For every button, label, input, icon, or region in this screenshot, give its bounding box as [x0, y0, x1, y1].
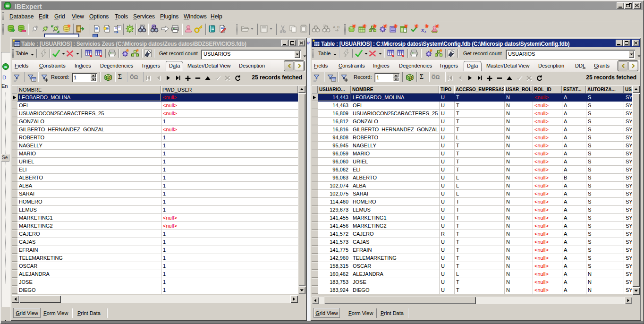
svg-text:IB: IB: [4, 66, 8, 68]
svg-text:x: x: [424, 29, 426, 34]
svg-text:A: A: [333, 25, 336, 29]
svg-text:x: x: [421, 26, 424, 34]
svg-text:IB: IB: [6, 4, 9, 8]
svg-text:B: B: [337, 25, 339, 29]
